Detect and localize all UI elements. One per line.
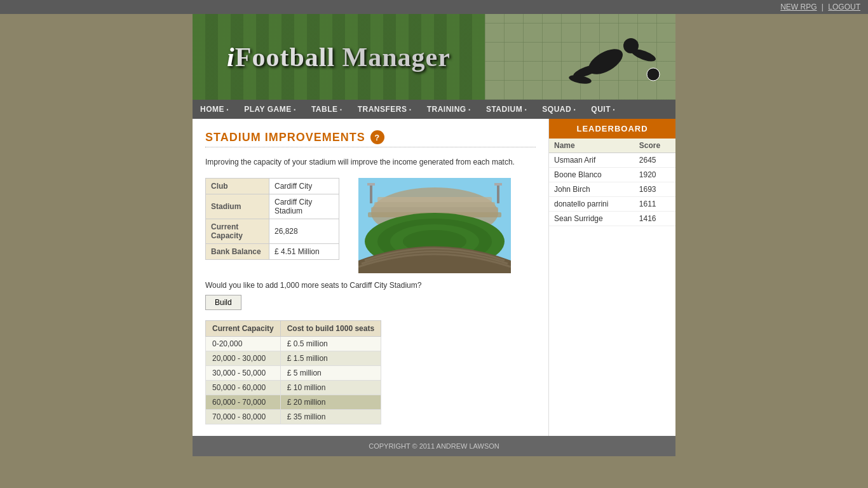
capacity-row: Current Capacity 26,828 [206,219,339,244]
footer: COPYRIGHT © 2011 ANDREW LAWSON [193,436,675,456]
nav-table[interactable]: TABLE ▪ [304,100,350,119]
leaderboard-score: 2645 [634,153,675,168]
cost-table-row: 30,000 - 50,000£ 5 million [206,366,381,381]
svg-rect-11 [371,207,498,212]
build-button[interactable]: Build [205,295,241,310]
stadium-value: Cardiff City Stadium [269,194,339,219]
help-icon[interactable]: ? [370,130,384,144]
leaderboard-name: donatello parrini [549,197,634,212]
leaderboard-title: LEADERBOARD [549,119,675,139]
cost-table-header-capacity: Current Capacity [206,321,281,337]
cost-value: £ 5 million [280,366,381,381]
cost-table-header-cost: Cost to build 1000 seats [280,321,381,337]
stadium-row: Stadium Cardiff City Stadium [206,194,339,219]
svg-rect-20 [494,183,502,186]
leaderboard-score: 1920 [634,168,675,182]
nav-play-game[interactable]: PLAY GAME ▪ [236,100,304,119]
cost-value: £ 35 million [280,410,381,424]
club-info-table: Club Cardiff City Stadium Cardiff City S… [205,178,339,260]
build-question: Would you like to add 1,000 more seats t… [205,281,536,290]
cost-range: 50,000 - 60,000 [206,381,281,395]
stadium-label: Stadium [206,194,269,219]
header-left: iFootball Manager [193,14,485,100]
stadium-illustration [358,178,511,273]
top-bar: NEW RPG | LOGOUT [0,0,868,14]
nav-transfers[interactable]: TRANSFERS ▪ [350,100,419,119]
leaderboard-row: John Birch1693 [549,182,675,197]
header-right [485,14,675,100]
separator: | [822,3,824,11]
leaderboard-score-header: Score [634,139,675,153]
leaderboard-score: 1611 [634,197,675,212]
nav-quit[interactable]: QUIT ▪ [583,100,623,119]
balance-row: Bank Balance £ 4.51 Million [206,244,339,260]
copyright-text: COPYRIGHT © 2011 ANDREW LAWSON [369,442,499,450]
cost-range: 0-20,000 [206,337,281,351]
cost-table-row: 60,000 - 70,000£ 20 million [206,395,381,410]
cost-range: 70,000 - 80,000 [206,410,281,424]
svg-rect-9 [377,197,492,202]
nav-training[interactable]: TRAINING ▪ [419,100,478,119]
cost-table-row: 20,000 - 30,000£ 1.5 million [206,351,381,366]
cost-range: 60,000 - 70,000 [206,395,281,410]
cost-range: 30,000 - 50,000 [206,366,281,381]
main-content: STADIUM IMPROVEMENTS ? Improving the cap… [193,119,548,436]
leaderboard-row: donatello parrini1611 [549,197,675,212]
leaderboard-table: Name Score Usmaan Arif2645Boone Blanco19… [549,139,675,226]
balance-label: Bank Balance [206,244,269,260]
nav-home[interactable]: HOME ▪ [193,100,236,119]
sidebar: LEADERBOARD Name Score Usmaan Arif2645Bo… [548,119,675,436]
club-value: Cardiff City [269,179,339,194]
cost-table-row: 70,000 - 80,000£ 35 million [206,410,381,424]
svg-rect-18 [367,183,375,186]
club-row: Club Cardiff City [206,179,339,194]
cost-table-row: 50,000 - 60,000£ 10 million [206,381,381,395]
leaderboard-name: Sean Surridge [549,212,634,226]
nav-stadium[interactable]: STADIUM ▪ [478,100,534,119]
leaderboard-row: Sean Surridge1416 [549,212,675,226]
cost-value: £ 0.5 million [280,337,381,351]
balance-value: £ 4.51 Million [269,244,339,260]
main-nav: HOME ▪ PLAY GAME ▪ TABLE ▪ TRANSFERS ▪ T… [193,100,675,119]
cost-range: 20,000 - 30,000 [206,351,281,366]
capacity-value: 26,828 [269,219,339,244]
svg-rect-19 [497,184,499,203]
page-title-text: STADIUM IMPROVEMENTS [205,131,365,144]
goalkeeper-icon [548,24,663,100]
club-label: Club [206,179,269,194]
leaderboard-name: Boone Blanco [549,168,634,182]
cost-value: £ 20 million [280,395,381,410]
page-title-row: STADIUM IMPROVEMENTS ? [205,130,536,147]
svg-rect-17 [370,184,372,203]
cost-table: Current Capacity Cost to build 1000 seat… [205,320,381,424]
cost-table-row: 0-20,000£ 0.5 million [206,337,381,351]
capacity-label: Current Capacity [206,219,269,244]
info-image-row: Club Cardiff City Stadium Cardiff City S… [205,178,536,273]
cost-value: £ 10 million [280,381,381,395]
leaderboard-row: Boone Blanco1920 [549,168,675,182]
leaderboard-name: John Birch [549,182,634,197]
leaderboard-score: 1416 [634,212,675,226]
leaderboard-name: Usmaan Arif [549,153,634,168]
leaderboard-name-header: Name [549,139,634,153]
cost-value: £ 1.5 million [280,351,381,366]
leaderboard-score: 1693 [634,182,675,197]
nav-squad[interactable]: SQUAD ▪ [534,100,583,119]
new-rpg-link[interactable]: NEW RPG [780,3,817,11]
site-title: iFootball Manager [227,42,451,72]
svg-rect-10 [374,202,495,207]
description-text: Improving the capacity of your stadium w… [205,156,536,168]
logout-link[interactable]: LOGOUT [828,3,860,11]
stadium-image [358,178,511,273]
leaderboard-row: Usmaan Arif2645 [549,153,675,168]
